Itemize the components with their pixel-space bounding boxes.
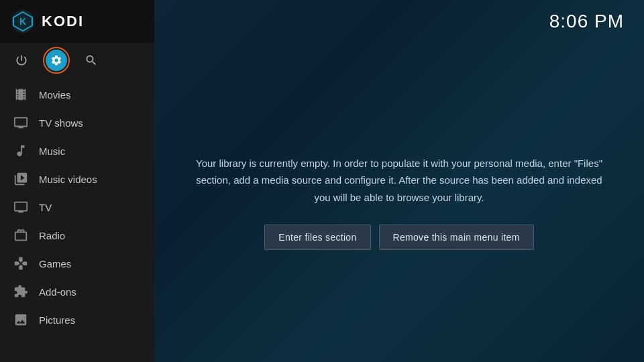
- addons-icon: [13, 284, 28, 299]
- power-button[interactable]: [11, 50, 32, 71]
- tvshows-icon: [13, 115, 28, 130]
- remove-menu-item-button[interactable]: Remove this main menu item: [379, 225, 534, 250]
- library-empty-message: Your library is currently empty. In orde…: [195, 155, 604, 206]
- pictures-label: Pictures: [39, 314, 75, 326]
- clock-display: 8:06 PM: [549, 11, 624, 32]
- power-icon: [15, 54, 28, 67]
- sidebar-toolbar: [0, 43, 154, 78]
- pictures-icon: [13, 312, 28, 327]
- sidebar-item-musicvideos[interactable]: Music videos: [0, 165, 154, 193]
- radio-label: Radio: [39, 230, 65, 241]
- main-content: 8:06 PM Your library is currently empty.…: [154, 0, 644, 362]
- search-button[interactable]: [80, 50, 102, 71]
- sidebar-item-games[interactable]: Games: [0, 249, 154, 278]
- sidebar-item-addons[interactable]: Add-ons: [0, 278, 154, 306]
- top-bar: 8:06 PM: [154, 0, 644, 43]
- music-icon: [13, 143, 28, 158]
- musicvideos-label: Music videos: [39, 174, 97, 185]
- sidebar-item-tvshows[interactable]: TV shows: [0, 109, 154, 137]
- addons-label: Add-ons: [39, 286, 76, 298]
- sidebar-nav: Movies TV shows Music Music videos TV: [0, 78, 154, 362]
- search-icon: [85, 54, 98, 67]
- musicvideos-icon: [13, 172, 28, 186]
- movies-label: Movies: [39, 89, 71, 101]
- settings-button[interactable]: [46, 50, 67, 71]
- kodi-logo-icon: K: [11, 9, 35, 34]
- sidebar: K KODI Movies: [0, 0, 154, 362]
- sidebar-header: K KODI: [0, 0, 154, 43]
- app-title: KODI: [42, 13, 84, 30]
- tv-label: TV: [39, 202, 52, 213]
- tvshows-label: TV shows: [39, 117, 83, 129]
- sidebar-item-radio[interactable]: Radio: [0, 221, 154, 249]
- games-label: Games: [39, 258, 71, 269]
- sidebar-item-pictures[interactable]: Pictures: [0, 306, 154, 334]
- sidebar-item-music[interactable]: Music: [0, 137, 154, 165]
- sidebar-item-tv[interactable]: TV: [0, 193, 154, 221]
- content-area: Your library is currently empty. In orde…: [154, 43, 644, 362]
- movies-icon: [13, 87, 28, 102]
- svg-text:K: K: [19, 16, 26, 27]
- music-label: Music: [39, 145, 65, 157]
- gear-icon: [50, 54, 62, 66]
- radio-icon: [13, 228, 28, 243]
- action-buttons: Enter files section Remove this main men…: [264, 225, 533, 250]
- sidebar-item-movies[interactable]: Movies: [0, 80, 154, 109]
- games-icon: [13, 256, 28, 271]
- enter-files-button[interactable]: Enter files section: [264, 225, 370, 250]
- tv-icon: [13, 200, 28, 215]
